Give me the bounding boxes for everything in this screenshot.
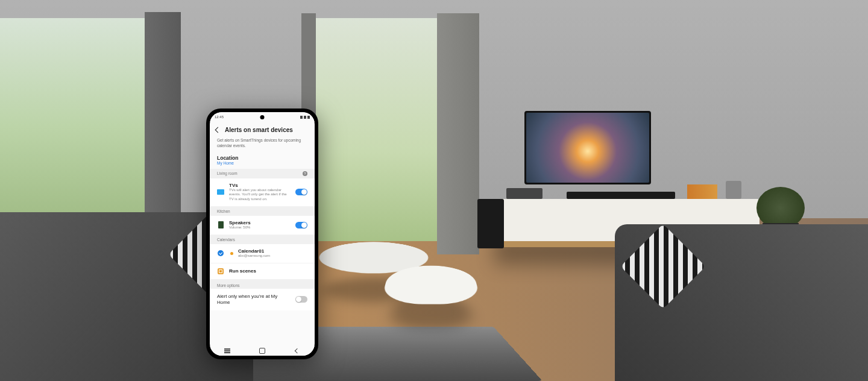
row-tvs[interactable]: TVs TVs will alert you about calendar ev…	[210, 178, 315, 207]
speakers-toggle[interactable]	[295, 222, 307, 228]
row-subtitle: TVs will alert you about calendar events…	[229, 188, 291, 202]
tv-icon	[217, 189, 224, 195]
row-title: Speakers	[229, 220, 291, 225]
wall-tv	[524, 111, 651, 184]
row-speakers[interactable]: Speakers Volume: 50%	[210, 216, 315, 235]
row-calendar[interactable]: Calendar01 abc@samsung.com	[210, 244, 315, 263]
alert-only-label: Alert only when you're at My Home	[217, 294, 283, 306]
speaker-icon	[218, 221, 224, 228]
signal-icon	[300, 116, 303, 119]
nav-back-icon[interactable]	[294, 348, 301, 353]
scenes-icon	[218, 268, 224, 274]
phone-screen: 12:45 Alerts on smart devices Get alerts…	[210, 112, 315, 356]
location-block[interactable]: Location My Home	[210, 153, 315, 169]
row-subtitle: abc@samsung.com	[238, 254, 307, 259]
battery-icon	[307, 116, 310, 119]
row-alert-only[interactable]: Alert only when you're at My Home	[210, 289, 315, 311]
row-title: Run scenes	[229, 268, 307, 274]
tv-toggle[interactable]	[295, 189, 307, 195]
row-subtitle: Volume: 50%	[229, 225, 291, 230]
sofa-right	[615, 224, 868, 381]
section-living-room: Living room ?	[210, 169, 315, 178]
row-title: Calendar01	[238, 248, 307, 254]
section-kitchen: Kitchen	[210, 207, 315, 216]
nav-bar	[210, 346, 315, 356]
app-content: Alerts on smart devices Get alerts on Sm…	[210, 122, 315, 346]
window-left	[0, 18, 157, 235]
soundbar	[567, 192, 675, 199]
pillow-pattern	[620, 224, 705, 309]
page-title: Alerts on smart devices	[225, 127, 293, 133]
window-center	[313, 18, 446, 241]
nav-recents-icon[interactable]	[224, 348, 231, 353]
row-title: TVs	[229, 183, 291, 188]
phone-frame: 12:45 Alerts on smart devices Get alerts…	[206, 109, 318, 359]
more-options-label: More options	[210, 280, 315, 289]
row-run-scenes[interactable]: Run scenes	[210, 263, 315, 280]
location-label: Location	[217, 155, 307, 161]
page-description: Get alerts on SmartThings devices for up…	[210, 138, 315, 153]
calendar-dot-icon	[230, 252, 233, 255]
check-icon	[218, 250, 224, 256]
subwoofer	[477, 199, 504, 248]
nav-home-icon[interactable]	[259, 348, 266, 353]
wifi-icon	[304, 116, 306, 119]
camera-notch	[260, 115, 265, 119]
status-icons	[300, 116, 310, 119]
status-time: 12:45	[215, 115, 224, 119]
section-calendars: Calendars	[210, 235, 315, 244]
living-room-scene	[0, 0, 868, 381]
back-icon[interactable]	[215, 127, 221, 133]
app-header: Alerts on smart devices	[210, 122, 315, 138]
alert-only-toggle[interactable]	[295, 296, 307, 303]
help-icon[interactable]: ?	[303, 171, 307, 176]
location-value: My Home	[217, 161, 307, 165]
